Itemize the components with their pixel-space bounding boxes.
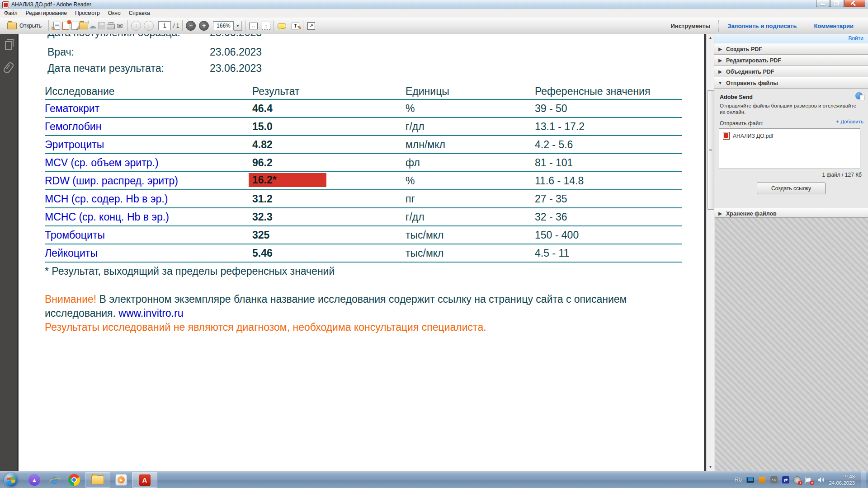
save-copy-icon[interactable] <box>52 21 61 30</box>
taskbar-explorer-button[interactable] <box>85 472 110 488</box>
tab-tools[interactable]: Инструменты <box>662 23 718 29</box>
display-tray-icon[interactable] <box>746 476 754 484</box>
table-row: Гематокрит 46.4 % 39 - 50 <box>45 100 682 118</box>
page-thumbnails-icon[interactable] <box>5 41 12 50</box>
taskbar-media-player-icon[interactable]: ▶ <box>111 471 131 488</box>
windows-logo-icon <box>7 476 15 483</box>
meta-line: Дата поступления образца: 23.06.2023 <box>47 34 680 40</box>
pinned-apps: ▲ e ▶ A <box>24 471 158 488</box>
zoom-level-value[interactable]: 166% <box>213 21 234 30</box>
table-row: MCH (ср. содер. Hb в эр.) 31.2 пг 27 - 3… <box>45 190 682 208</box>
taskbar-chrome-icon[interactable] <box>64 471 84 488</box>
chevron-right-icon: ▶ <box>714 211 726 216</box>
taskbar-internet-explorer-icon[interactable]: e <box>44 471 64 488</box>
test-name-link[interactable]: MCHC (ср. конц. Hb в эр.) <box>45 211 169 223</box>
add-file-link[interactable]: + Добавить <box>836 119 863 124</box>
fit-width-icon[interactable]: ↔ <box>249 21 258 30</box>
cloud-upload-icon[interactable] <box>88 21 97 30</box>
sign-in-link[interactable]: Войти <box>714 34 868 43</box>
meta-line: Дата печати результата: 23.06.2023 <box>47 62 680 76</box>
menu-file[interactable]: Файл <box>0 9 22 18</box>
create-link-button[interactable]: Создать ссылку <box>757 183 826 194</box>
test-name-link[interactable]: Лейкоциты <box>45 247 98 259</box>
section-send-files[interactable]: ▼ Отправить файлы <box>714 77 868 89</box>
volume-icon[interactable] <box>817 476 825 484</box>
adobe-send-title: Adobe Send <box>720 94 753 100</box>
language-indicator[interactable]: RU <box>734 477 742 483</box>
scrollbar-thumb[interactable] <box>707 90 714 210</box>
panel-tabs: Инструменты Заполнить и подписать Коммен… <box>662 18 868 34</box>
test-name-link[interactable]: MCV (ср. объем эритр.) <box>45 157 159 169</box>
test-name-link[interactable]: MCH (ср. содер. Hb в эр.) <box>45 193 168 205</box>
taskbar-yandex-icon[interactable]: ▲ <box>24 471 44 488</box>
pdf-page: Дата поступления образца: 23.06.2023 Вра… <box>19 34 704 471</box>
test-name-link[interactable]: Эритроциты <box>45 139 104 151</box>
menu-edit[interactable]: Редактирование <box>22 9 71 18</box>
monitor-alert-tray-icon[interactable]: ! <box>793 476 801 484</box>
meta-line: Врач: 23.06.2023 <box>47 46 680 60</box>
restore-button[interactable] <box>830 0 844 7</box>
chevron-right-icon: ▶ <box>714 58 726 63</box>
invitro-link[interactable]: www.invitro.ru <box>118 307 183 319</box>
table-row: MCV (ср. объем эритр.) 96.2 фл 81 - 101 <box>45 154 682 172</box>
test-name-link[interactable]: Гемоглобин <box>45 121 101 133</box>
fit-page-icon[interactable]: ↕ <box>261 21 270 30</box>
vertical-scrollbar[interactable]: ▲ ▼ <box>706 34 714 471</box>
menu-help[interactable]: Справка <box>125 9 154 18</box>
zoom-dropdown-arrow[interactable]: ▼ <box>234 21 242 31</box>
scroll-down-icon[interactable]: ▼ <box>707 463 714 471</box>
zoom-in-icon[interactable]: + <box>199 21 209 31</box>
start-button[interactable] <box>4 473 18 487</box>
section-edit-pdf[interactable]: ▶ Редактировать PDF <box>714 55 868 66</box>
tools-panel: Войти ▶ Создать PDF ▶ Редактировать PDF … <box>714 34 868 471</box>
test-name-link[interactable]: Гематокрит <box>45 103 99 115</box>
page-count: / 1 <box>173 23 179 29</box>
test-name-link[interactable]: RDW (шир. распред. эритр) <box>45 175 178 187</box>
menu-window[interactable]: Окно <box>104 9 125 18</box>
file-size-info: 1 файл / 127 Кб <box>822 172 862 178</box>
tab-fill-sign[interactable]: Заполнить и подписать <box>719 23 805 29</box>
section-create-pdf[interactable]: ▶ Создать PDF <box>714 43 868 55</box>
highlight-text-icon[interactable]: T <box>291 21 300 30</box>
switcher-tray-icon[interactable]: ↪ <box>770 476 778 484</box>
adobe-reader-window: АНАЛИЗ ДО.pdf - Adobe Reader Файл Редакт… <box>0 0 868 488</box>
open-folder-icon <box>7 23 17 29</box>
footnote: * Результат, выходящий за пределы рефере… <box>45 265 335 277</box>
attention-label: Внимание! <box>45 293 96 305</box>
close-button[interactable] <box>844 0 865 7</box>
section-merge-pdf[interactable]: ▶ Объединить PDF <box>714 66 868 77</box>
table-header-row: Исследование Результат Единицы Референсн… <box>45 83 682 100</box>
show-desktop-button[interactable] <box>861 471 866 488</box>
taskbar-adobe-reader-button[interactable]: A <box>132 472 157 488</box>
export-pdf-icon[interactable] <box>61 21 70 30</box>
email-icon[interactable] <box>115 21 124 30</box>
send-file-label: Отправить файл: <box>720 120 763 127</box>
fill-sign-icon[interactable] <box>70 21 79 30</box>
fullscreen-icon[interactable]: ↗ <box>307 21 316 30</box>
menu-view[interactable]: Просмотр <box>71 9 104 18</box>
minimize-button[interactable] <box>816 0 830 7</box>
open-button[interactable]: Открыть <box>4 21 45 31</box>
clock-date: 24.06.2023 <box>829 480 855 486</box>
pdf-file-icon <box>723 132 730 140</box>
scroll-up-icon[interactable]: ▲ <box>707 34 714 42</box>
chevron-down-icon: ▼ <box>714 80 726 85</box>
action-center-flag-icon[interactable]: × <box>805 476 813 484</box>
tab-comments[interactable]: Комментарии <box>806 23 862 29</box>
main-area: Дата поступления образца: 23.06.2023 Вра… <box>0 34 868 471</box>
page-number-input[interactable] <box>158 21 171 30</box>
table-row: Гемоглобин 15.0 г/дл 13.1 - 17.2 <box>45 118 682 136</box>
zoom-out-icon[interactable]: − <box>186 21 196 31</box>
adobe-send-icon <box>855 92 863 99</box>
comment-icon[interactable] <box>277 21 286 30</box>
attachments-icon[interactable] <box>2 61 14 74</box>
file-list-item[interactable]: АНАЛИЗ ДО.pdf <box>719 129 860 143</box>
security-tray-icon[interactable] <box>758 476 766 484</box>
test-name-link[interactable]: Тромбоциты <box>45 229 105 241</box>
taskbar: ▲ e ▶ A RU ↪ ⇄ ! × 9:43 24.06.2023 <box>0 471 868 488</box>
clock[interactable]: 9:43 24.06.2023 <box>829 474 857 486</box>
teamviewer-tray-icon[interactable]: ⇄ <box>782 476 789 484</box>
pdf-app-icon <box>2 1 9 8</box>
print-icon[interactable] <box>106 21 115 30</box>
send-folder-icon[interactable] <box>79 21 88 30</box>
